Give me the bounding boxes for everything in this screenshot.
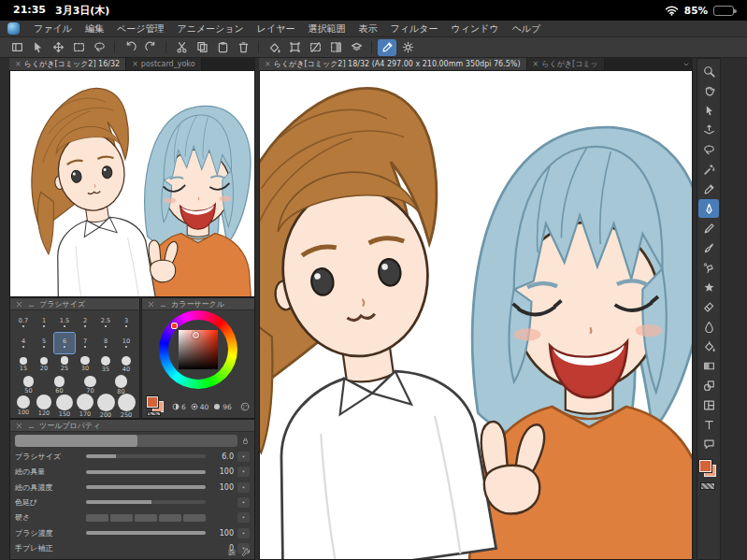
brush-size-100[interactable]: 100 bbox=[13, 395, 34, 416]
sv-marker[interactable] bbox=[193, 332, 199, 338]
panel-minimize-icon[interactable] bbox=[27, 300, 36, 309]
secondary-canvas-view[interactable] bbox=[9, 70, 255, 297]
brush-size-150[interactable]: 150 bbox=[54, 395, 75, 416]
brush-size-7[interactable]: 7 bbox=[75, 333, 95, 353]
brush-size-4[interactable]: 4 bbox=[13, 333, 34, 353]
close-tab-icon[interactable]: × bbox=[15, 61, 22, 68]
pencil-tool-button[interactable] bbox=[698, 219, 719, 237]
brush-size-5[interactable]: 5 bbox=[34, 333, 54, 353]
hand-tool-button[interactable] bbox=[698, 81, 719, 100]
menu-item-8[interactable]: ウィンドウ bbox=[444, 22, 505, 36]
brush-size-200[interactable]: 200 bbox=[95, 395, 116, 416]
main-canvas-tab-1[interactable]: ×らくがき[コミッ bbox=[527, 58, 605, 70]
left-canvas-tab-1[interactable]: ×postcard_yoko bbox=[126, 58, 201, 70]
invert-selection-button[interactable] bbox=[326, 39, 345, 56]
balloon-tool-button[interactable] bbox=[698, 435, 719, 453]
brush-size-170[interactable]: 170 bbox=[75, 395, 95, 416]
property-stepper-button[interactable] bbox=[237, 512, 250, 523]
brush-size-2.5[interactable]: 2.5 bbox=[95, 312, 116, 333]
lasso-button[interactable] bbox=[90, 39, 108, 56]
property-stepper-button[interactable] bbox=[237, 497, 250, 508]
brush-size-2[interactable]: 2 bbox=[75, 312, 95, 333]
panel-close-icon[interactable] bbox=[15, 422, 23, 430]
eyedropper-tool-button[interactable] bbox=[698, 179, 719, 198]
magnifier-tool-button[interactable] bbox=[698, 62, 719, 80]
eyedropper-button[interactable] bbox=[378, 39, 396, 56]
property-stepper-button[interactable] bbox=[237, 467, 250, 477]
close-tab-icon[interactable]: × bbox=[533, 61, 539, 68]
select-layer-button[interactable] bbox=[347, 39, 366, 56]
brush-size-6[interactable]: 6 bbox=[54, 333, 75, 353]
brush-size-50[interactable]: 50 bbox=[13, 375, 44, 395]
gear-button[interactable] bbox=[398, 39, 417, 56]
magic-wand-tool-button[interactable] bbox=[698, 160, 719, 179]
lock-icon[interactable] bbox=[241, 437, 250, 445]
property-stepper-button[interactable] bbox=[237, 452, 250, 462]
copy-button[interactable] bbox=[193, 39, 211, 56]
menu-item-9[interactable]: ヘルプ bbox=[506, 22, 548, 36]
shapes-tool-button[interactable] bbox=[698, 376, 719, 395]
cursor-tool-button[interactable] bbox=[698, 101, 719, 120]
paste-button[interactable] bbox=[213, 39, 232, 56]
saturation-value-square[interactable] bbox=[179, 330, 218, 369]
eraser-tool-button[interactable] bbox=[698, 297, 719, 316]
main-canvas-view[interactable] bbox=[259, 70, 693, 560]
main-color-chip[interactable] bbox=[147, 396, 158, 408]
detail-settings-icon[interactable] bbox=[227, 548, 237, 557]
brush-size-40[interactable]: 40 bbox=[116, 353, 136, 374]
slider-track[interactable] bbox=[86, 531, 206, 535]
brush-size-1.5[interactable]: 1.5 bbox=[54, 312, 75, 333]
bucket-tool-button[interactable] bbox=[698, 337, 719, 355]
menu-item-5[interactable]: 選択範囲 bbox=[302, 22, 352, 36]
panel-minimize-icon[interactable] bbox=[27, 422, 36, 430]
hue-marker[interactable] bbox=[171, 323, 178, 329]
tool-select-button[interactable] bbox=[28, 39, 47, 56]
deselect-button[interactable] bbox=[306, 39, 324, 56]
property-stepper-button[interactable] bbox=[237, 528, 250, 538]
brush-tool-button[interactable] bbox=[698, 238, 719, 257]
brush-size-0.7[interactable]: 0.7 bbox=[13, 312, 34, 333]
hardness-segment[interactable] bbox=[135, 514, 157, 522]
hardness-segment[interactable] bbox=[86, 514, 108, 522]
cut-button[interactable] bbox=[172, 39, 191, 56]
menu-item-3[interactable]: アニメーション bbox=[170, 22, 250, 36]
marquee-button[interactable] bbox=[69, 39, 88, 56]
slider-track[interactable] bbox=[86, 454, 206, 458]
sidebar-toggle-button[interactable] bbox=[7, 39, 26, 56]
brush-size-10[interactable]: 10 bbox=[116, 333, 136, 353]
brush-size-70[interactable]: 70 bbox=[75, 375, 106, 395]
frame-tool-button[interactable] bbox=[698, 395, 719, 414]
menu-item-1[interactable]: 編集 bbox=[79, 22, 110, 36]
menu-item-6[interactable]: 表示 bbox=[352, 22, 384, 36]
menu-item-4[interactable]: レイヤー bbox=[251, 22, 302, 36]
text-tool-button[interactable] bbox=[698, 415, 719, 434]
move-hand-button[interactable] bbox=[49, 39, 67, 56]
wrench-icon[interactable] bbox=[241, 548, 251, 557]
clip-studio-logo-icon[interactable] bbox=[7, 22, 20, 35]
panel-close-icon[interactable] bbox=[15, 300, 23, 309]
pen-tool-button[interactable] bbox=[698, 199, 719, 218]
blend-tool-button[interactable] bbox=[698, 317, 719, 336]
panel-close-icon[interactable] bbox=[147, 300, 155, 309]
fill-button[interactable] bbox=[265, 39, 283, 56]
main-color-chip[interactable] bbox=[699, 460, 711, 472]
transparent-color-chip[interactable] bbox=[700, 482, 715, 490]
brush-size-25[interactable]: 25 bbox=[54, 353, 75, 374]
menu-item-2[interactable]: ページ管理 bbox=[110, 22, 170, 36]
brush-size-30[interactable]: 30 bbox=[75, 353, 95, 374]
slider-track[interactable] bbox=[86, 470, 206, 474]
subtool-stroke-preview[interactable] bbox=[15, 435, 237, 447]
slider-track[interactable] bbox=[86, 500, 206, 504]
airbrush-tool-button[interactable] bbox=[698, 258, 719, 277]
brush-size-3[interactable]: 3 bbox=[116, 312, 136, 333]
slider-track[interactable] bbox=[86, 485, 206, 489]
lasso-tool-button[interactable] bbox=[698, 140, 719, 159]
delete-button[interactable] bbox=[234, 39, 252, 56]
brush-size-80[interactable]: 80 bbox=[106, 375, 136, 395]
gradient-tool-button[interactable] bbox=[698, 356, 719, 375]
brush-size-20[interactable]: 20 bbox=[34, 353, 54, 374]
menu-item-7[interactable]: フィルター bbox=[384, 22, 445, 36]
transparent-color-chip[interactable] bbox=[147, 411, 161, 416]
brush-size-250[interactable]: 250 bbox=[116, 395, 136, 416]
transform-button[interactable] bbox=[285, 39, 304, 56]
